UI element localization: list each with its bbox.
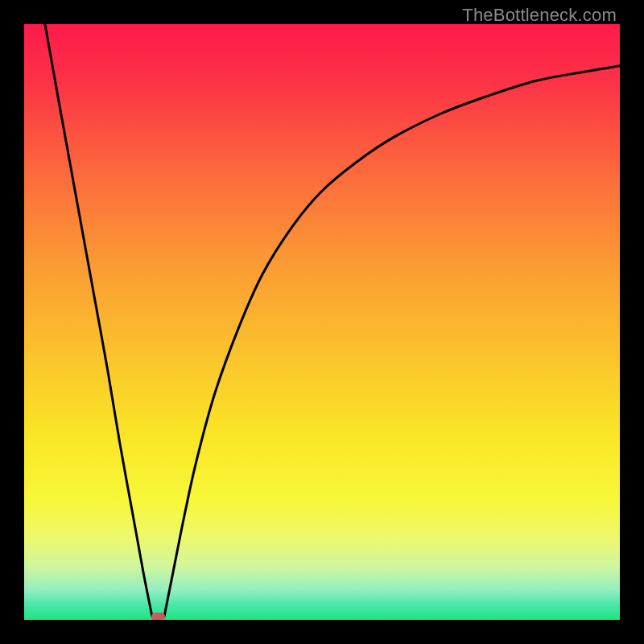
bottleneck-curve xyxy=(24,24,620,620)
chart-frame: TheBottleneck.com xyxy=(0,0,644,644)
bottleneck-marker xyxy=(151,613,164,620)
plot-area xyxy=(24,24,620,620)
watermark-text: TheBottleneck.com xyxy=(462,5,617,26)
